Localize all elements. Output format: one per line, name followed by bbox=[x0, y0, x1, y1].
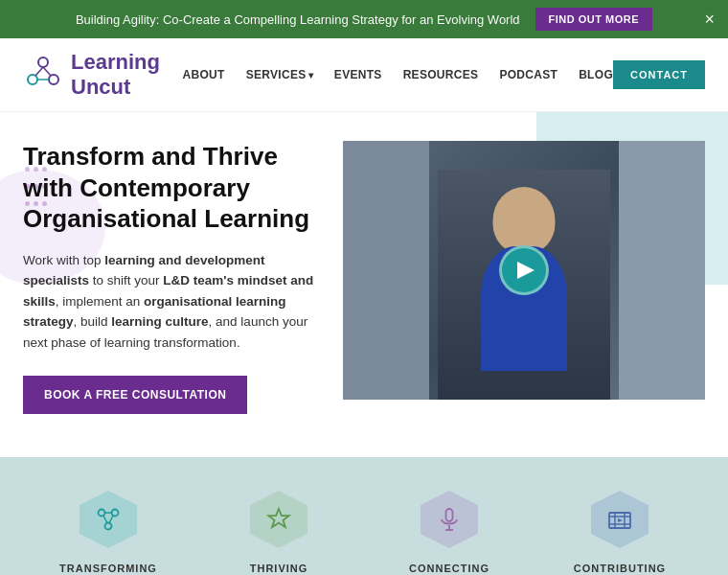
hero-content: Transform and Thrive with Contemporary O… bbox=[23, 141, 320, 414]
pillar-transforming: TRANSFORMING bbox=[23, 486, 193, 574]
svg-line-4 bbox=[43, 67, 51, 76]
svg-marker-21 bbox=[618, 518, 623, 522]
play-button[interactable] bbox=[499, 245, 549, 295]
mic-icon bbox=[435, 505, 464, 534]
contact-button[interactable]: CONTACT bbox=[613, 60, 705, 89]
logo-text: Learning Uncut bbox=[71, 50, 182, 100]
banner-text: Building Agility: Co-Create a Compelling… bbox=[76, 12, 520, 27]
svg-point-1 bbox=[28, 75, 37, 84]
hero-title: Transform and Thrive with Contemporary O… bbox=[23, 141, 320, 235]
svg-point-8 bbox=[105, 523, 112, 530]
nav-about[interactable]: ABOUT bbox=[182, 68, 224, 81]
connecting-label: CONNECTING bbox=[409, 563, 489, 574]
pillar-contributing: CONTRIBUTING bbox=[535, 486, 705, 574]
video-wall-right bbox=[619, 141, 705, 400]
hero-section: Transform and Thrive with Contemporary O… bbox=[0, 112, 728, 457]
hero-description: Work with top learning and development s… bbox=[23, 250, 320, 354]
thriving-icon-container bbox=[245, 486, 312, 553]
logo-link[interactable]: Learning Uncut bbox=[23, 50, 182, 100]
svg-point-7 bbox=[112, 510, 119, 517]
transform-icon bbox=[94, 505, 123, 534]
logo-icon bbox=[23, 53, 63, 97]
nav-blog[interactable]: BLOG bbox=[579, 68, 613, 81]
hero-video[interactable] bbox=[343, 141, 705, 400]
svg-point-0 bbox=[38, 58, 48, 67]
transforming-icon-container bbox=[75, 486, 142, 553]
nav-events[interactable]: EVENTS bbox=[334, 68, 382, 81]
film-icon bbox=[605, 505, 634, 534]
svg-point-6 bbox=[99, 510, 105, 517]
svg-rect-13 bbox=[446, 509, 453, 521]
svg-point-2 bbox=[49, 75, 58, 84]
star-icon bbox=[264, 505, 293, 534]
nav-services[interactable]: SERVICES ▾ bbox=[246, 68, 313, 81]
header: Learning Uncut ABOUT SERVICES ▾ EVENTS R… bbox=[0, 38, 728, 112]
find-out-button[interactable]: FIND OUT MORE bbox=[535, 8, 653, 31]
top-banner: Building Agility: Co-Create a Compelling… bbox=[0, 0, 728, 38]
pillar-thriving: THRIVING bbox=[193, 486, 364, 574]
close-banner-button[interactable]: × bbox=[704, 11, 715, 28]
svg-line-3 bbox=[35, 67, 43, 76]
chevron-down-icon: ▾ bbox=[308, 70, 313, 80]
video-wall-left bbox=[343, 141, 429, 400]
contributing-label: CONTRIBUTING bbox=[574, 563, 666, 574]
main-nav: ABOUT SERVICES ▾ EVENTS RESOURCES PODCAS… bbox=[182, 68, 613, 81]
thriving-label: THRIVING bbox=[250, 563, 308, 574]
transforming-label: TRANSFORMING bbox=[59, 563, 157, 574]
nav-resources[interactable]: RESOURCES bbox=[403, 68, 479, 81]
connecting-icon-container bbox=[416, 486, 483, 553]
contributing-icon-container bbox=[586, 486, 653, 553]
nav-podcast[interactable]: PODCAST bbox=[499, 68, 557, 81]
svg-line-10 bbox=[103, 516, 107, 523]
person-head bbox=[493, 187, 556, 254]
pillar-connecting: CONNECTING bbox=[364, 486, 535, 574]
svg-line-11 bbox=[109, 516, 113, 523]
book-consultation-button[interactable]: BOOK A FREE CONSULTATION bbox=[23, 376, 247, 414]
svg-marker-12 bbox=[268, 509, 288, 527]
pillars-section: TRANSFORMING THRIVING bbox=[0, 457, 728, 575]
